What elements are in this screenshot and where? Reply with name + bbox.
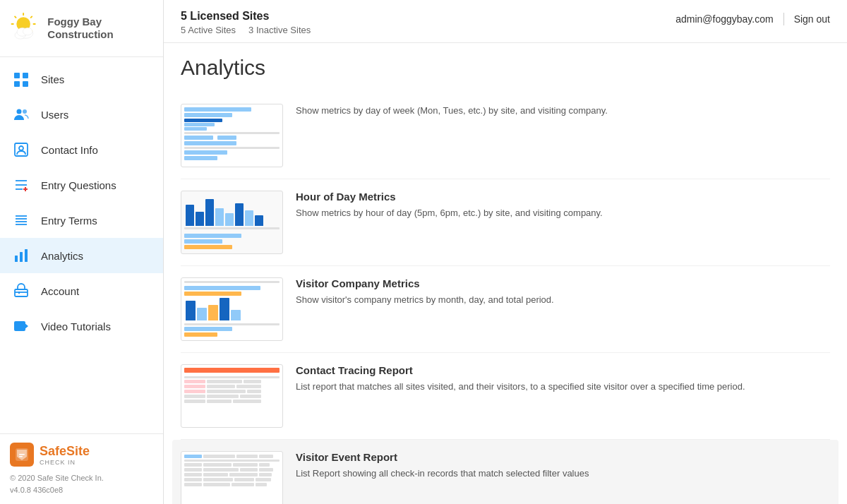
safesite-icon: [10, 443, 34, 467]
contact-icon: [11, 140, 31, 160]
analytics-info-visitor-event: Visitor Event Report List Report showing…: [296, 451, 830, 481]
svg-rect-30: [25, 249, 28, 262]
analytics-item-hour-of-day[interactable]: Hour of Day Metrics Show metrics by hour…: [181, 179, 830, 266]
company-name: Foggy Bay Construction: [47, 16, 155, 41]
safesite-brand-name: SafeSite: [40, 444, 90, 459]
sidebar-item-entry-questions[interactable]: Entry Questions: [0, 167, 163, 203]
svg-rect-33: [18, 292, 20, 294]
analytics-thumb-hour-of-day: [181, 191, 283, 254]
contact-info-label: Contact Info: [41, 144, 98, 156]
svg-point-10: [23, 28, 32, 35]
svg-rect-11: [14, 73, 20, 78]
svg-line-5: [15, 16, 16, 18]
svg-rect-28: [15, 256, 18, 262]
entry-questions-icon: [11, 175, 31, 195]
analytics-info-hour-of-day: Hour of Day Metrics Show metrics by hour…: [296, 191, 830, 220]
active-sites-stat: 5 Active Sites: [181, 25, 236, 35]
sidebar-item-analytics[interactable]: Analytics: [0, 238, 163, 273]
analytics-desc-hour-of-day: Show metrics by hour of day (5pm, 6pm, e…: [296, 206, 830, 220]
analytics-list: Show metrics by day of week (Mon, Tues, …: [181, 92, 830, 504]
analytics-item-visitor-event[interactable]: Visitor Event Report List Report showing…: [172, 440, 839, 504]
analytics-info-day-of-week: Show metrics by day of week (Mon, Tues, …: [296, 104, 830, 118]
sidebar-logo: Foggy Bay Construction: [0, 0, 163, 57]
svg-rect-31: [15, 289, 28, 296]
sidebar-item-account[interactable]: Account: [0, 273, 163, 308]
sidebar: Foggy Bay Construction Sites Users Conta…: [0, 0, 164, 504]
analytics-title-contact-tracing: Contact Tracing Report: [296, 364, 830, 376]
svg-marker-35: [24, 323, 28, 330]
entry-questions-label: Entry Questions: [41, 179, 116, 191]
users-label: Users: [41, 109, 68, 121]
licensed-sites-title: 5 Licensed Sites: [181, 10, 311, 23]
analytics-icon: [11, 246, 31, 265]
entry-terms-icon: [11, 210, 31, 230]
sidebar-item-video-tutorials[interactable]: Video Tutorials: [0, 308, 163, 344]
svg-rect-14: [23, 81, 28, 87]
analytics-info-visitor-company: Visitor Company Metrics Show visitor's c…: [296, 277, 830, 307]
analytics-item-day-of-week[interactable]: Show metrics by day of week (Mon, Tues, …: [181, 92, 830, 179]
safesite-brand-sub: CHECK IN: [40, 459, 90, 466]
sites-stats: 5 Active Sites 3 Inactive Sites: [181, 25, 311, 35]
analytics-info-contact-tracing: Contact Tracing Report List report that …: [296, 364, 830, 394]
safesite-brand: SafeSite CHECK IN: [10, 443, 153, 467]
sidebar-item-sites[interactable]: Sites: [0, 61, 163, 97]
analytics-title-visitor-event: Visitor Event Report: [296, 451, 830, 463]
analytics-desc-contact-tracing: List report that matches all sites visit…: [296, 380, 830, 394]
header-divider: [783, 13, 784, 25]
entry-terms-label: Entry Terms: [41, 215, 97, 227]
svg-point-15: [17, 109, 22, 114]
svg-rect-38: [19, 456, 23, 457]
analytics-desc-visitor-company: Show visitor's company metrics by month,…: [296, 293, 830, 307]
sites-icon: [11, 69, 31, 89]
account-icon: [11, 281, 31, 301]
copyright-text: © 2020 Safe Site Check In.: [10, 472, 153, 484]
version-text: v4.0.8 436c0e8: [10, 484, 153, 496]
analytics-item-contact-tracing[interactable]: Contact Tracing Report List report that …: [181, 353, 830, 440]
header-right: admin@foggybay.com Sign out: [675, 10, 830, 25]
svg-rect-12: [23, 73, 28, 78]
svg-rect-37: [19, 454, 25, 455]
account-label: Account: [41, 285, 79, 297]
company-logo-icon: [8, 10, 40, 47]
svg-point-16: [23, 109, 27, 114]
analytics-title-visitor-company: Visitor Company Metrics: [296, 277, 830, 289]
analytics-label: Analytics: [41, 250, 83, 262]
page-header: 5 Licensed Sites 5 Active Sites 3 Inacti…: [164, 0, 847, 43]
svg-line-2: [31, 16, 32, 18]
licensed-sites-count: 5: [181, 10, 187, 22]
inactive-sites-stat: 3 Inactive Sites: [248, 25, 311, 35]
analytics-item-visitor-company[interactable]: Visitor Company Metrics Show visitor's c…: [181, 266, 830, 353]
sidebar-item-entry-terms[interactable]: Entry Terms: [0, 203, 163, 238]
page-title: Analytics: [181, 56, 830, 80]
sidebar-footer: SafeSite CHECK IN © 2020 Safe Site Check…: [0, 433, 163, 504]
analytics-title-hour-of-day: Hour of Day Metrics: [296, 191, 830, 203]
safesite-text: SafeSite CHECK IN: [40, 444, 90, 466]
sidebar-item-contact-info[interactable]: Contact Info: [0, 132, 163, 167]
sidebar-item-users[interactable]: Users: [0, 97, 163, 132]
content-area: Analytics: [164, 43, 847, 504]
video-tutorials-icon: [11, 316, 31, 336]
sites-label: Sites: [41, 73, 64, 85]
svg-point-18: [19, 146, 23, 150]
main-content: 5 Licensed Sites 5 Active Sites 3 Inacti…: [164, 0, 847, 504]
analytics-desc-day-of-week: Show metrics by day of week (Mon, Tues, …: [296, 104, 830, 118]
svg-rect-13: [14, 81, 20, 87]
user-email: admin@foggybay.com: [675, 13, 773, 25]
sidebar-navigation: Sites Users Contact Info Entry Questions: [0, 57, 163, 433]
licensed-sites-label: Licensed Sites: [190, 10, 269, 22]
analytics-thumb-contact-tracing: [181, 364, 283, 428]
analytics-desc-visitor-event: List Report showing all check-in records…: [296, 467, 830, 481]
analytics-thumb-day-of-week: [181, 104, 283, 167]
svg-rect-29: [20, 252, 23, 262]
sidebar-copyright: © 2020 Safe Site Check In. v4.0.8 436c0e…: [10, 472, 153, 496]
svg-rect-34: [14, 321, 25, 331]
sign-out-button[interactable]: Sign out: [794, 13, 830, 25]
analytics-thumb-visitor-company: [181, 277, 283, 341]
header-left: 5 Licensed Sites 5 Active Sites 3 Inacti…: [181, 10, 311, 35]
users-icon: [11, 104, 31, 124]
video-tutorials-label: Video Tutorials: [41, 320, 111, 332]
analytics-thumb-visitor-event: [181, 451, 283, 504]
